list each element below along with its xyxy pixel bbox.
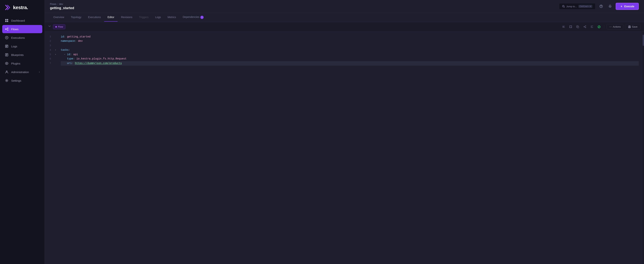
lightning-icon <box>620 5 623 8</box>
flows-icon <box>5 27 8 31</box>
svg-point-21 <box>601 7 601 7</box>
execute-button-label: Execute <box>624 5 634 8</box>
sidebar-item-label-flows: Flows <box>11 28 18 31</box>
breadcrumb-sep: / <box>58 3 58 6</box>
svg-point-18 <box>562 6 564 7</box>
line-num-4: 4 <box>48 48 51 52</box>
logs-icon <box>5 44 8 48</box>
svg-point-6 <box>8 30 8 31</box>
flow-dot <box>55 26 57 28</box>
sidebar: kestra. Dashboard <box>0 0 45 264</box>
fold-marker-4[interactable]: ▾ <box>54 48 57 52</box>
svg-rect-3 <box>7 21 8 22</box>
breadcrumb-dev[interactable]: dev <box>59 3 63 6</box>
question-icon-button[interactable] <box>598 3 604 10</box>
fold-marker-7 <box>54 61 57 66</box>
sidebar-item-label-settings: Settings <box>11 79 21 82</box>
line-num-5: 5 <box>48 52 51 57</box>
tab-overview[interactable]: Overview <box>50 13 68 22</box>
line-num-3: 3 <box>48 44 51 48</box>
svg-point-4 <box>5 29 6 30</box>
tab-dependencies[interactable]: Dependencies1 <box>179 13 207 22</box>
svg-rect-33 <box>629 26 630 27</box>
svg-line-8 <box>6 29 8 30</box>
nav-items: Dashboard Flows Execution <box>0 15 44 264</box>
blueprints-icon <box>5 53 8 57</box>
code-content[interactable]: id: getting_started namespace: dev tasks… <box>57 32 642 264</box>
tree-icon-button[interactable] <box>582 24 588 30</box>
collapse-icon[interactable] <box>48 25 51 29</box>
sidebar-item-administration[interactable]: Administration › <box>2 68 42 76</box>
code-editor[interactable]: 1 2 3 4 5 6 7 ▾ ▾ id: getting_started <box>45 32 644 264</box>
execute-button[interactable]: Execute <box>616 3 639 10</box>
sidebar-item-label-dashboard: Dashboard <box>11 19 25 22</box>
scrollbar[interactable] <box>642 32 644 264</box>
svg-rect-22 <box>577 26 579 28</box>
tab-metrics[interactable]: Metrics <box>164 13 179 22</box>
editor-toolbar: Flow <box>45 22 644 32</box>
check-icon-button[interactable] <box>596 24 602 30</box>
compare-icon-button[interactable] <box>589 24 595 30</box>
sidebar-item-label-blueprints: Blueprints <box>11 53 24 57</box>
fold-marker-2 <box>54 39 57 44</box>
line-num-2: 2 <box>48 39 51 44</box>
sidebar-item-flows[interactable]: Flows <box>2 25 42 33</box>
expand-icon-button[interactable] <box>568 24 574 30</box>
code-line-2: namespace: dev <box>61 39 639 44</box>
bell-icon <box>608 5 612 8</box>
tab-revisions[interactable]: Revisions <box>118 13 136 22</box>
sidebar-item-executions[interactable]: Executions <box>2 34 42 42</box>
tab-executions[interactable]: Executions <box>84 13 104 22</box>
breadcrumb: Flows / dev <box>50 3 74 6</box>
sidebar-item-logs[interactable]: Logs <box>2 42 42 50</box>
sidebar-item-settings[interactable]: Settings <box>2 76 42 85</box>
svg-rect-2 <box>5 21 6 22</box>
breadcrumb-area: Flows / dev getting_started <box>50 3 74 10</box>
code-line-5: - id: api <box>61 52 639 57</box>
svg-line-26 <box>584 26 586 27</box>
breadcrumb-flows[interactable]: Flows <box>50 3 56 6</box>
scrollbar-thumb[interactable] <box>643 35 644 46</box>
svg-line-7 <box>6 28 8 29</box>
tab-logs[interactable]: Logs <box>152 13 164 22</box>
main-content: Flows / dev getting_started Jump to... C… <box>45 0 644 264</box>
code-line-3 <box>61 44 639 48</box>
fold-marker-1 <box>54 35 57 39</box>
tab-editor[interactable]: Editor <box>104 13 118 22</box>
fold-marker-5[interactable]: ▾ <box>54 52 57 57</box>
line-num-1: 1 <box>48 35 51 39</box>
save-button[interactable]: Save <box>625 24 641 30</box>
code-line-1: id: getting_started <box>61 35 639 39</box>
sidebar-item-plugins[interactable]: Plugins <box>2 59 42 68</box>
bell-icon-button[interactable] <box>607 3 614 10</box>
jump-to-button[interactable]: Jump to... Ctrl/Cmd + K <box>559 3 596 10</box>
sidebar-item-label-plugins: Plugins <box>11 62 20 65</box>
toolbar-divider <box>604 25 604 29</box>
line-num-6: 6 <box>48 57 51 61</box>
svg-point-5 <box>8 28 8 29</box>
flow-badge: Flow <box>53 24 66 29</box>
sidebar-item-label-administration: Administration <box>11 71 29 74</box>
format-icon-button[interactable] <box>561 24 566 30</box>
sidebar-item-blueprints[interactable]: Blueprints <box>2 51 42 59</box>
sidebar-item-dashboard[interactable]: Dashboard <box>2 17 42 25</box>
flow-badge-label: Flow <box>58 25 63 28</box>
header-actions: Jump to... Ctrl/Cmd + K <box>559 3 639 10</box>
jump-to-label: Jump to... <box>566 5 577 8</box>
plugins-icon <box>5 62 8 65</box>
fold-marker-6 <box>54 57 57 61</box>
tabs-bar: Overview Topology Executions Editor Revi… <box>45 13 644 22</box>
tab-topology[interactable]: Topology <box>68 13 84 22</box>
editor-toolbar-left: Flow <box>48 24 66 29</box>
actions-button[interactable]: ⋯ Actions <box>606 24 624 30</box>
code-line-7: uri: https://dummyjson.com/products <box>61 61 639 66</box>
code-line-6: type: io.kestra.plugin.fs.http.Request <box>61 57 639 61</box>
copy-icon-button[interactable] <box>575 24 581 30</box>
line-num-7: 7 <box>48 61 51 66</box>
grid-icon <box>5 19 8 22</box>
sidebar-item-label-executions: Executions <box>11 36 25 39</box>
admin-icon <box>5 70 8 74</box>
svg-point-17 <box>6 80 7 81</box>
svg-rect-0 <box>5 19 6 20</box>
svg-line-19 <box>564 7 564 8</box>
